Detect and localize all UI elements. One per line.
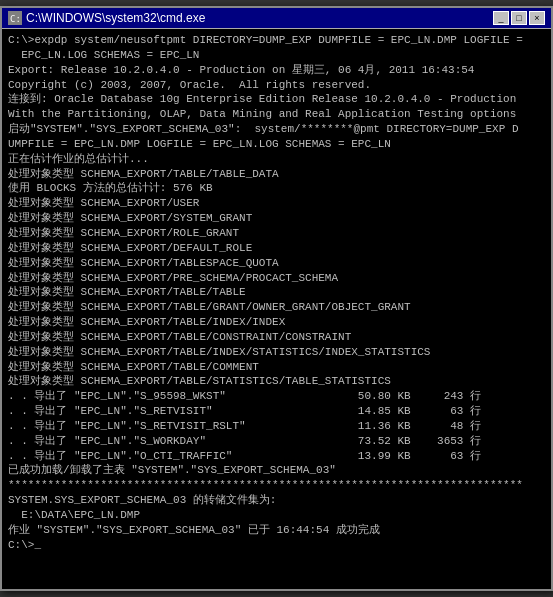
minimize-button[interactable]: _ (493, 11, 509, 25)
close-button[interactable]: × (529, 11, 545, 25)
console-line: Export: Release 10.2.0.4.0 - Production … (8, 63, 545, 78)
console-line: 启动"SYSTEM"."SYS_EXPORT_SCHEMA_03": syste… (8, 122, 545, 137)
console-line: 处理对象类型 SCHEMA_EXPORT/SYSTEM_GRANT (8, 211, 545, 226)
console-line: 处理对象类型 SCHEMA_EXPORT/PRE_SCHEMA/PROCACT_… (8, 271, 545, 286)
console-line: Copyright (c) 2003, 2007, Oracle. All ri… (8, 78, 545, 93)
console-output: C:\>expdp system/neusoftpmt DIRECTORY=DU… (2, 29, 551, 589)
console-line: . . 导出了 "EPC_LN"."S_RETVISIT" 14.85 KB 6… (8, 404, 545, 419)
title-bar: C: C:\WINDOWS\system32\cmd.exe _ □ × (2, 8, 551, 29)
console-line: ****************************************… (8, 478, 545, 493)
console-line: SYSTEM.SYS_EXPORT_SCHEMA_03 的转储文件集为: (8, 493, 545, 508)
console-line: 作业 "SYSTEM"."SYS_EXPORT_SCHEMA_03" 已于 16… (8, 523, 545, 538)
console-line: 正在估计作业的总估计计... (8, 152, 545, 167)
console-line: With the Partitioning, OLAP, Data Mining… (8, 107, 545, 122)
console-line: 处理对象类型 SCHEMA_EXPORT/TABLE/CONSTRAINT/CO… (8, 330, 545, 345)
console-line: 连接到: Oracle Database 10g Enterprise Edit… (8, 92, 545, 107)
console-line: 处理对象类型 SCHEMA_EXPORT/TABLE/INDEX/STATIST… (8, 345, 545, 360)
console-line: 处理对象类型 SCHEMA_EXPORT/TABLE/COMMENT (8, 360, 545, 375)
console-line: 处理对象类型 SCHEMA_EXPORT/ROLE_GRANT (8, 226, 545, 241)
title-controls[interactable]: _ □ × (493, 11, 545, 25)
console-line: 处理对象类型 SCHEMA_EXPORT/TABLE/TABLE (8, 285, 545, 300)
console-line: 处理对象类型 SCHEMA_EXPORT/TABLESPACE_QUOTA (8, 256, 545, 271)
window-title: C:\WINDOWS\system32\cmd.exe (26, 11, 205, 25)
console-line: 处理对象类型 SCHEMA_EXPORT/DEFAULT_ROLE (8, 241, 545, 256)
console-line: C:\>_ (8, 538, 545, 553)
console-line: 处理对象类型 SCHEMA_EXPORT/TABLE/TABLE_DATA (8, 167, 545, 182)
cmd-window: C: C:\WINDOWS\system32\cmd.exe _ □ × C:\… (0, 6, 553, 591)
console-line: . . 导出了 "EPC_LN"."S_RETVISIT_RSLT" 11.36… (8, 419, 545, 434)
svg-text:C:: C: (10, 14, 21, 24)
console-line: 已成功加载/卸载了主表 "SYSTEM"."SYS_EXPORT_SCHEMA_… (8, 463, 545, 478)
console-line: UMPFILE = EPC_LN.DMP LOGFILE = EPC_LN.LO… (8, 137, 545, 152)
maximize-button[interactable]: □ (511, 11, 527, 25)
console-line: 处理对象类型 SCHEMA_EXPORT/TABLE/GRANT/OWNER_G… (8, 300, 545, 315)
console-line: 处理对象类型 SCHEMA_EXPORT/TABLE/STATISTICS/TA… (8, 374, 545, 389)
title-bar-left: C: C:\WINDOWS\system32\cmd.exe (8, 11, 205, 25)
console-line: C:\>expdp system/neusoftpmt DIRECTORY=DU… (8, 33, 545, 48)
console-line: 处理对象类型 SCHEMA_EXPORT/TABLE/INDEX/INDEX (8, 315, 545, 330)
console-line: . . 导出了 "EPC_LN"."S_WORKDAY" 73.52 KB 36… (8, 434, 545, 449)
console-line: E:\DATA\EPC_LN.DMP (8, 508, 545, 523)
cmd-icon: C: (8, 11, 22, 25)
console-line: . . 导出了 "EPC_LN"."O_CTI_TRAFFIC" 13.99 K… (8, 449, 545, 464)
console-line: 使用 BLOCKS 方法的总估计计: 576 KB (8, 181, 545, 196)
console-line: 处理对象类型 SCHEMA_EXPORT/USER (8, 196, 545, 211)
console-line: . . 导出了 "EPC_LN"."S_95598_WKST" 50.80 KB… (8, 389, 545, 404)
console-line: EPC_LN.LOG SCHEMAS = EPC_LN (8, 48, 545, 63)
